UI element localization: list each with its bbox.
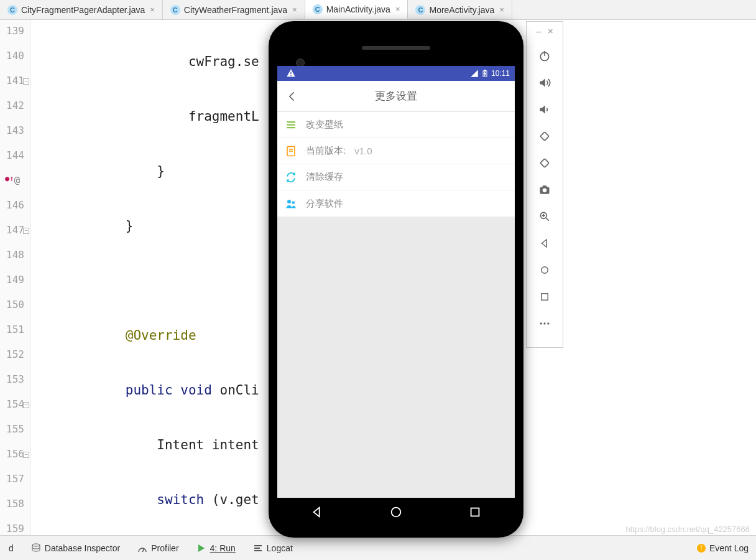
bottom-d[interactable]: d	[0, 543, 22, 553]
svg-point-41	[392, 508, 401, 517]
svg-rect-21	[542, 294, 548, 301]
tab-label: CityWeatherFragment.java	[184, 5, 287, 15]
rotate-right-icon[interactable]	[527, 151, 563, 175]
row-version[interactable]: 当前版本: v1.0	[277, 138, 515, 164]
refresh-icon	[285, 171, 297, 184]
line-number: 143	[0, 122, 30, 147]
app-bar-title: 更多设置	[277, 89, 515, 103]
svg-point-39	[292, 201, 295, 204]
svg-point-0	[32, 544, 40, 546]
java-class-icon: C	[415, 5, 425, 15]
fold-icon[interactable]: –	[23, 78, 29, 85]
svg-rect-14	[543, 185, 547, 187]
logcat-button[interactable]: Logcat	[244, 543, 302, 553]
power-icon[interactable]	[527, 44, 563, 68]
svg-rect-26	[290, 72, 291, 74]
row-clear-cache[interactable]: 清除缓存	[277, 164, 515, 190]
row-share[interactable]: 分享软件	[277, 190, 515, 217]
row-change-wallpaper[interactable]: 改变壁纸	[277, 112, 515, 138]
svg-rect-32	[287, 121, 295, 123]
battery-icon	[481, 69, 489, 78]
svg-point-20	[542, 267, 548, 274]
signal-icon	[470, 69, 479, 78]
svg-rect-10	[540, 132, 549, 141]
volume-down-icon[interactable]	[527, 98, 563, 121]
line-number: 139	[0, 22, 30, 47]
run-button[interactable]: 4: Run	[188, 543, 244, 553]
emulator-sidebar: – ×	[526, 21, 563, 348]
app-bar: 更多设置	[277, 81, 515, 112]
java-class-icon: C	[170, 5, 180, 15]
svg-rect-33	[287, 124, 295, 125]
android-statusbar: 10:11	[277, 66, 515, 81]
device-speaker	[362, 46, 430, 50]
line-number: 150	[0, 296, 30, 321]
close-icon[interactable]: ×	[395, 4, 400, 14]
tab-cityweather[interactable]: C CityWeatherFragment.java ×	[163, 0, 305, 19]
warning-icon	[286, 68, 296, 78]
line-number: 152	[0, 346, 30, 371]
svg-point-22	[540, 322, 542, 324]
profiler-button[interactable]: Profiler	[129, 543, 187, 553]
svg-rect-30	[484, 70, 486, 72]
more-icon[interactable]	[527, 312, 563, 335]
close-icon[interactable]: ×	[150, 5, 155, 14]
volume-up-icon[interactable]	[527, 71, 563, 95]
zoom-icon[interactable]	[527, 205, 563, 228]
line-number: 158	[0, 495, 30, 520]
close-icon[interactable]: ×	[499, 5, 504, 14]
database-inspector-button[interactable]: Database Inspector	[22, 543, 129, 553]
minimize-button[interactable]: –	[536, 26, 541, 36]
svg-rect-34	[287, 127, 295, 128]
line-number: 157	[0, 470, 30, 495]
nav-overview-button[interactable]	[468, 505, 482, 521]
line-number: 155	[0, 421, 30, 446]
overview-icon[interactable]	[527, 285, 563, 309]
database-icon	[31, 543, 41, 553]
app-back-button[interactable]	[277, 90, 307, 103]
fold-icon[interactable]: –	[23, 402, 29, 408]
label: Profiler	[151, 543, 178, 553]
line-number: ●↑ @	[0, 172, 30, 197]
fold-icon[interactable]: –	[23, 228, 29, 234]
label: 4: Run	[210, 543, 236, 553]
svg-rect-11	[540, 159, 549, 167]
home-icon[interactable]	[527, 258, 563, 282]
back-icon[interactable]	[527, 231, 563, 255]
svg-marker-2	[198, 544, 205, 552]
list-icon	[285, 119, 297, 131]
share-icon	[285, 197, 297, 210]
close-button[interactable]: ×	[548, 26, 553, 36]
rotate-left-icon[interactable]	[527, 124, 563, 148]
device-frame: 10:11 更多设置 改变壁纸 当前版本: v1.0	[269, 21, 523, 538]
svg-marker-19	[542, 240, 547, 247]
play-icon	[196, 543, 206, 553]
fold-icon[interactable]: –	[23, 452, 29, 458]
device-screen[interactable]: 10:11 更多设置 改变壁纸 当前版本: v1.0	[277, 66, 515, 529]
tab-cityadapter[interactable]: C CityFragmentPagerAdapter.java ×	[0, 0, 163, 19]
editor-gutter: 139 140 141– 142 143 144 ●↑ @ 146 147– 1…	[0, 20, 31, 535]
nav-back-button[interactable]	[310, 505, 324, 521]
nav-home-button[interactable]	[389, 505, 403, 521]
status-time: 10:11	[491, 69, 510, 78]
svg-point-23	[543, 322, 545, 324]
event-log-button[interactable]: ! Event Log	[697, 543, 756, 553]
svg-point-13	[543, 189, 547, 193]
tab-label: MoreActivity.java	[429, 5, 494, 15]
label: Event Log	[709, 543, 749, 553]
emulator-device: 10:11 更多设置 改变壁纸 当前版本: v1.0	[269, 21, 523, 538]
row-label: 改变壁纸	[306, 119, 343, 131]
line-number: 151	[0, 321, 30, 346]
settings-list: 改变壁纸 当前版本: v1.0 清除缓存 分享软件	[277, 112, 515, 217]
close-icon[interactable]: ×	[292, 5, 297, 14]
line-number: 156–	[0, 446, 30, 470]
camera-icon[interactable]	[527, 178, 563, 202]
svg-rect-42	[471, 508, 479, 516]
android-navbar	[277, 498, 515, 529]
java-class-icon: C	[7, 5, 17, 15]
tab-moreactivity[interactable]: C MoreActivity.java ×	[408, 0, 512, 19]
tab-mainactivity[interactable]: C MainActivity.java ×	[305, 0, 408, 19]
svg-point-24	[547, 322, 549, 324]
line-number: 147–	[0, 222, 30, 246]
svg-marker-40	[313, 508, 319, 517]
